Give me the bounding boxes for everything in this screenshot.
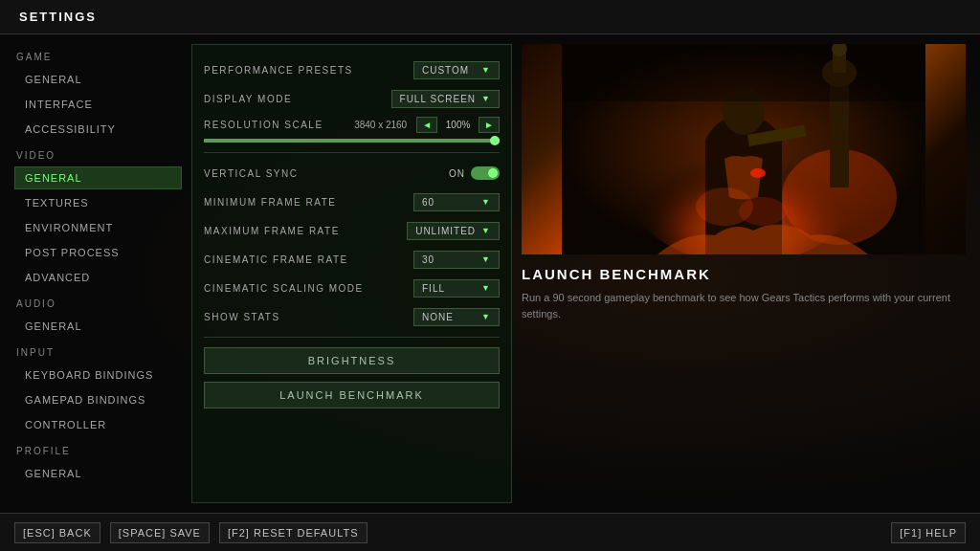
cinematic-frame-rate-dropdown[interactable]: 30 ▼ xyxy=(413,251,500,269)
dropdown-arrow-icon: ▼ xyxy=(481,65,491,75)
benchmark-info: LAUNCH BENCHMARK Run a 90 second gamepla… xyxy=(522,254,966,321)
display-mode-value: FULL SCREEN xyxy=(400,94,477,104)
max-frame-rate-row: MAXIMUM FRAME RATE UNLIMITED ▼ xyxy=(204,220,500,241)
svg-point-11 xyxy=(739,197,787,226)
resolution-decrease-button[interactable]: ◄ xyxy=(416,117,437,133)
preview-image xyxy=(522,44,966,254)
performance-presets-value: CUSTOM xyxy=(422,65,469,76)
svg-point-9 xyxy=(750,168,766,178)
sidebar-item-gamepad-bindings[interactable]: GAMEPAD BINDINGS xyxy=(14,388,182,411)
vertical-sync-label: VERTICAL SYNC xyxy=(204,168,298,179)
resolution-display: 3840 x 2160 xyxy=(354,120,407,130)
cinematic-frame-rate-label: CINEMATIC FRAME RATE xyxy=(204,254,348,265)
back-button[interactable]: [ESC] BACK xyxy=(14,522,100,543)
display-mode-dropdown[interactable]: FULL SCREEN ▼ xyxy=(391,90,500,108)
section-label-profile: PROFILE xyxy=(14,446,182,456)
dropdown-arrow-icon: ▼ xyxy=(481,197,491,207)
sidebar-item-game-general[interactable]: GENERAL xyxy=(14,68,182,91)
vertical-sync-value: ON xyxy=(449,168,465,179)
dropdown-arrow-icon: ▼ xyxy=(481,226,491,235)
sidebar-item-audio-general[interactable]: GENERAL xyxy=(14,315,182,338)
min-frame-rate-label: MINIMUM FRAME RATE xyxy=(204,197,336,208)
performance-presets-row: PERFORMANCE PRESETS CUSTOM ▼ xyxy=(204,59,500,80)
launch-benchmark-button[interactable]: LAUNCH BENCHMARK xyxy=(204,382,500,408)
section-label-game: GAME xyxy=(14,52,182,62)
sidebar-item-video-advanced[interactable]: ADVANCED xyxy=(14,266,182,289)
preview-svg xyxy=(522,44,966,254)
dropdown-arrow-icon: ▼ xyxy=(481,312,491,321)
svg-rect-12 xyxy=(562,44,925,101)
reset-defaults-button[interactable]: [F2] RESET DEFAULTS xyxy=(219,522,368,543)
min-frame-rate-dropdown[interactable]: 60 ▼ xyxy=(413,193,500,211)
center-panel: PERFORMANCE PRESETS CUSTOM ▼ DISPLAY MOD… xyxy=(191,44,512,503)
sidebar-item-video-environment[interactable]: ENVIRONMENT xyxy=(14,216,182,239)
resolution-value: 100% xyxy=(441,120,475,130)
page-title: SETTINGS xyxy=(19,10,97,24)
min-frame-rate-row: MINIMUM FRAME RATE 60 ▼ xyxy=(204,191,500,212)
performance-presets-dropdown[interactable]: CUSTOM ▼ xyxy=(413,61,500,79)
section-label-video: VIDEO xyxy=(14,150,182,161)
vertical-sync-row: VERTICAL SYNC ON xyxy=(204,163,500,184)
sidebar-item-game-accessibility[interactable]: ACCESSIBILITY xyxy=(14,118,182,141)
section-label-input: INPUT xyxy=(14,347,182,358)
right-panel: LAUNCH BENCHMARK Run a 90 second gamepla… xyxy=(522,44,966,503)
dropdown-arrow-icon: ▼ xyxy=(481,254,491,264)
show-stats-label: SHOW STATS xyxy=(204,312,280,322)
resolution-increase-button[interactable]: ► xyxy=(479,117,500,133)
resolution-scale-label: RESOLUTION SCALE xyxy=(204,120,323,130)
resolution-controls: 3840 x 2160 ◄ 100% ► xyxy=(354,117,500,133)
cinematic-scaling-row: CINEMATIC SCALING MODE FILL ▼ xyxy=(204,277,500,298)
display-mode-label: DISPLAY MODE xyxy=(204,94,292,104)
divider xyxy=(204,152,500,153)
sidebar-item-controller[interactable]: CONTROLLER xyxy=(14,413,182,436)
help-button[interactable]: [F1] HELP xyxy=(891,522,966,543)
sidebar: GAME GENERAL INTERFACE ACCESSIBILITY VID… xyxy=(14,44,182,503)
bottom-right-controls: [F1] HELP xyxy=(891,522,966,543)
max-frame-rate-label: MAXIMUM FRAME RATE xyxy=(204,226,340,236)
cinematic-scaling-value: FILL xyxy=(422,283,445,294)
resolution-slider-thumb xyxy=(490,136,500,145)
save-button[interactable]: [SPACE] SAVE xyxy=(110,522,210,543)
sidebar-item-keyboard-bindings[interactable]: KEYBOARD BINDINGS xyxy=(14,364,182,386)
show-stats-dropdown[interactable]: NONE ▼ xyxy=(413,308,500,326)
resolution-slider-track[interactable] xyxy=(204,139,500,143)
cinematic-scaling-label: CINEMATIC SCALING MODE xyxy=(204,283,364,294)
max-frame-rate-dropdown[interactable]: UNLIMITED ▼ xyxy=(407,222,500,240)
show-stats-row: SHOW STATS NONE ▼ xyxy=(204,306,500,327)
top-bar: SETTINGS xyxy=(0,0,980,34)
brightness-button[interactable]: BRIGHTNESS xyxy=(204,347,500,374)
vertical-sync-toggle[interactable] xyxy=(471,166,500,180)
dropdown-arrow-icon: ▼ xyxy=(481,283,491,293)
performance-presets-label: PERFORMANCE PRESETS xyxy=(204,65,353,76)
show-stats-value: NONE xyxy=(422,312,454,322)
benchmark-title: LAUNCH BENCHMARK xyxy=(522,266,966,282)
sidebar-item-video-postprocess[interactable]: POST PROCESS xyxy=(14,241,182,264)
resolution-slider-fill xyxy=(204,139,500,143)
sidebar-item-profile-general[interactable]: GENERAL xyxy=(14,462,182,485)
cinematic-frame-rate-value: 30 xyxy=(422,254,434,265)
sidebar-item-video-general[interactable]: GENERAL xyxy=(14,166,182,189)
min-frame-rate-value: 60 xyxy=(422,197,434,208)
bottom-left-controls: [ESC] BACK [SPACE] SAVE [F2] RESET DEFAU… xyxy=(14,522,368,543)
dropdown-arrow-icon: ▼ xyxy=(481,94,491,103)
cinematic-scaling-dropdown[interactable]: FILL ▼ xyxy=(413,279,500,298)
main-content: GAME GENERAL INTERFACE ACCESSIBILITY VID… xyxy=(0,34,980,513)
resolution-scale-row: RESOLUTION SCALE 3840 x 2160 ◄ 100% ► xyxy=(204,117,500,143)
sidebar-item-video-textures[interactable]: TEXTURES xyxy=(14,191,182,214)
display-mode-row: DISPLAY MODE FULL SCREEN ▼ xyxy=(204,88,500,109)
cinematic-frame-rate-row: CINEMATIC FRAME RATE 30 ▼ xyxy=(204,249,500,270)
sidebar-item-game-interface[interactable]: INTERFACE xyxy=(14,93,182,116)
bottom-bar: [ESC] BACK [SPACE] SAVE [F2] RESET DEFAU… xyxy=(0,513,980,551)
benchmark-description: Run a 90 second gameplay benchmark to se… xyxy=(522,290,966,321)
max-frame-rate-value: UNLIMITED xyxy=(415,226,476,236)
section-label-audio: AUDIO xyxy=(14,298,182,309)
vertical-sync-control: ON xyxy=(449,166,500,180)
divider2 xyxy=(204,337,500,338)
